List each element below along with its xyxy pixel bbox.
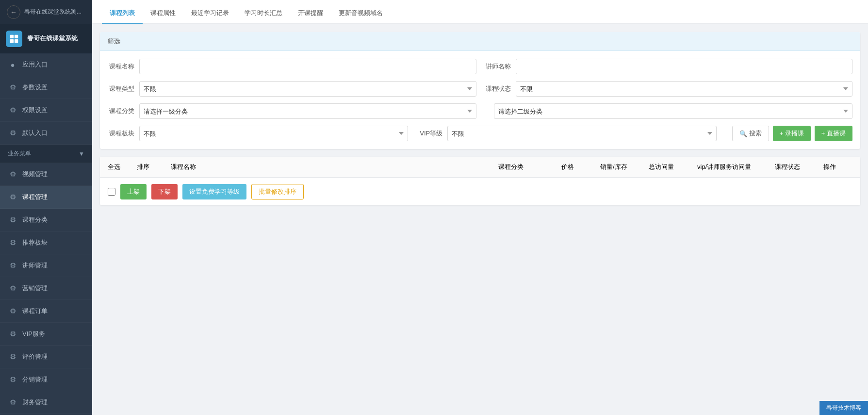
sidebar-nav: ● 应用入口 ⚙ 参数设置 ⚙ 权限设置 ⚙ 默认入口 业务菜单 ▼ ⚙ 视频管…	[0, 53, 92, 415]
filter-group-course-category: 课程分类 请选择一级分类	[108, 103, 476, 119]
sidebar-item-tuijian[interactable]: ⚙ 推荐板块	[0, 232, 92, 254]
sidebar-item-yingyong[interactable]: ● 应用入口	[0, 53, 92, 76]
filter-section: 筛选 课程名称 讲师名称 课程类型	[100, 32, 860, 149]
sidebar-item-yingxiao[interactable]: ⚙ 营销管理	[0, 277, 92, 300]
unshelve-label: 下架	[158, 188, 171, 195]
sidebar: ← 春哥在线课堂系统测... 春哥在线课堂系统 ● 应用入口 ⚙ 参数设置 ⚙ …	[0, 0, 92, 415]
tab-study-duration[interactable]: 学习时长汇总	[237, 3, 290, 24]
course-type-label: 课程类型	[108, 84, 134, 93]
col-header-status: 课程状态	[775, 163, 823, 171]
sidebar-item-canshu[interactable]: ⚙ 参数设置	[0, 76, 92, 99]
brand-title: 春哥在线课堂系统	[27, 34, 78, 43]
filter-row-3: 课程分类 请选择一级分类 请选择二级分类	[108, 103, 852, 119]
sidebar-back-text: 春哥在线课堂系统测...	[24, 8, 82, 16]
pingjia-icon: ⚙	[8, 352, 17, 362]
search-label: 搜索	[749, 129, 762, 138]
col-header-name: 课程名称	[171, 163, 498, 171]
course-type-select[interactable]: 不限	[139, 81, 476, 97]
sidebar-item-label: 评价管理	[22, 352, 84, 361]
svg-rect-0	[10, 34, 14, 38]
sidebar-item-kecheng-fl[interactable]: ⚙ 课程分类	[0, 209, 92, 232]
kechengfl-icon: ⚙	[8, 215, 17, 225]
content-area: 筛选 课程名称 讲师名称 课程类型	[92, 24, 868, 415]
course-name-input[interactable]	[139, 59, 476, 74]
sidebar-item-quanxian[interactable]: ⚙ 权限设置	[0, 99, 92, 122]
filter-header: 筛选	[100, 32, 860, 51]
filter-group-course-status: 课程状态 不限	[484, 81, 853, 97]
yingyong-icon: ●	[8, 60, 17, 69]
bottom-badge: 春哥技术博客	[819, 401, 868, 415]
sidebar-item-fenxiao[interactable]: ⚙ 分销管理	[0, 368, 92, 391]
canshu-icon: ⚙	[8, 83, 17, 92]
sidebar-item-label: 分销管理	[22, 375, 84, 384]
vip-icon: ⚙	[8, 329, 17, 339]
course-module-select[interactable]: 不限	[139, 126, 408, 141]
sidebar-item-vip[interactable]: ⚙ VIP服务	[0, 323, 92, 346]
search-button[interactable]: 🔍 搜索	[732, 126, 769, 141]
col-header-action: 操作	[823, 163, 852, 171]
teacher-name-input[interactable]	[516, 59, 853, 74]
course-category-select[interactable]: 请选择一级分类	[139, 103, 476, 119]
sidebar-item-dindan[interactable]: ⚙ 课程订单	[0, 300, 92, 323]
filter-row-1: 课程名称 讲师名称	[108, 59, 852, 74]
tab-reminder[interactable]: 开课提醒	[290, 3, 331, 24]
vip-level-select[interactable]: 不限	[447, 126, 716, 141]
sidebar-logo	[6, 31, 22, 47]
course-subcategory-select[interactable]: 请选择二级分类	[494, 103, 853, 119]
filter-group-course-subcategory: 请选择二级分类	[484, 103, 853, 119]
tab-course-attr[interactable]: 课程属性	[143, 3, 183, 24]
filter-group-vip-level: VIP等级 不限	[416, 126, 716, 141]
record-course-button[interactable]: + 录播课	[773, 126, 811, 141]
course-category-label: 课程分类	[108, 107, 134, 116]
quanxian-icon: ⚙	[8, 105, 17, 115]
col-header-visits: 总访问量	[649, 163, 697, 171]
tab-update-video[interactable]: 更新音视频域名	[331, 3, 391, 24]
live-course-label: + 直播课	[821, 129, 846, 138]
search-icon: 🔍	[739, 130, 747, 137]
sidebar-item-label: 参数设置	[22, 83, 84, 92]
svg-rect-2	[10, 39, 14, 42]
sidebar-item-pingjia[interactable]: ⚙ 评价管理	[0, 346, 92, 368]
col-header-select: 全选	[108, 163, 137, 171]
sidebar-item-label: 财务管理	[22, 398, 84, 407]
live-course-button[interactable]: + 直播课	[815, 126, 852, 141]
sidebar-item-moren[interactable]: ⚙ 默认入口	[0, 122, 92, 145]
filter-group-teacher-name: 讲师名称	[484, 59, 853, 74]
sidebar-item-kecheng[interactable]: ⚙ 课程管理	[0, 186, 92, 209]
batch-sort-button[interactable]: 批量修改排序	[251, 184, 304, 199]
tab-recent-study[interactable]: 最近学习记录	[183, 3, 237, 24]
sidebar-back-button[interactable]: ← 春哥在线课堂系统测...	[0, 0, 92, 24]
course-name-label: 课程名称	[108, 62, 134, 71]
course-status-select[interactable]: 不限	[516, 81, 853, 97]
section-arrow-icon: ▼	[79, 150, 84, 157]
set-free-button[interactable]: 设置免费学习等级	[182, 184, 246, 199]
shipin-icon: ⚙	[8, 169, 17, 179]
filter-group-course-module: 课程板块 不限	[108, 126, 408, 141]
unshelve-button[interactable]: 下架	[151, 184, 178, 199]
sidebar-item-caiwu[interactable]: ⚙ 财务管理	[0, 391, 92, 414]
filter-row-4: 课程板块 不限 VIP等级 不限 🔍 搜索	[108, 126, 852, 141]
main-content: 课程列表 课程属性 最近学习记录 学习时长汇总 开课提醒 更新音视频域名 筛选 …	[92, 0, 868, 415]
sidebar-item-shipin[interactable]: ⚙ 视频管理	[0, 163, 92, 186]
filter-group-course-type: 课程类型 不限	[108, 81, 476, 97]
svg-rect-3	[15, 39, 18, 42]
course-status-label: 课程状态	[484, 84, 511, 93]
shelve-button[interactable]: 上架	[120, 184, 147, 199]
tab-course-list[interactable]: 课程列表	[102, 3, 143, 24]
sidebar-item-label: 权限设置	[22, 106, 84, 115]
set-free-label: 设置免费学习等级	[189, 188, 240, 195]
sidebar-item-label: 课程分类	[22, 216, 84, 224]
jiangshe-icon: ⚙	[8, 261, 17, 270]
moren-icon: ⚙	[8, 128, 17, 138]
select-all-checkbox[interactable]	[108, 188, 115, 196]
sidebar-item-jiangshe[interactable]: ⚙ 讲师管理	[0, 254, 92, 277]
teacher-name-label: 讲师名称	[484, 62, 511, 71]
caiwu-icon: ⚙	[8, 398, 17, 407]
vip-level-label: VIP等级	[416, 129, 442, 138]
filter-body: 课程名称 讲师名称 课程类型 不限	[100, 51, 860, 149]
table-section: 全选 排序 课程名称 课程分类 价格 销量/库存 总访问量	[100, 157, 860, 205]
batch-sort-label: 批量修改排序	[259, 188, 296, 195]
back-icon: ←	[7, 5, 20, 19]
sidebar-item-label: 默认入口	[22, 129, 84, 137]
filter-row-2: 课程类型 不限 课程状态 不限	[108, 81, 852, 97]
